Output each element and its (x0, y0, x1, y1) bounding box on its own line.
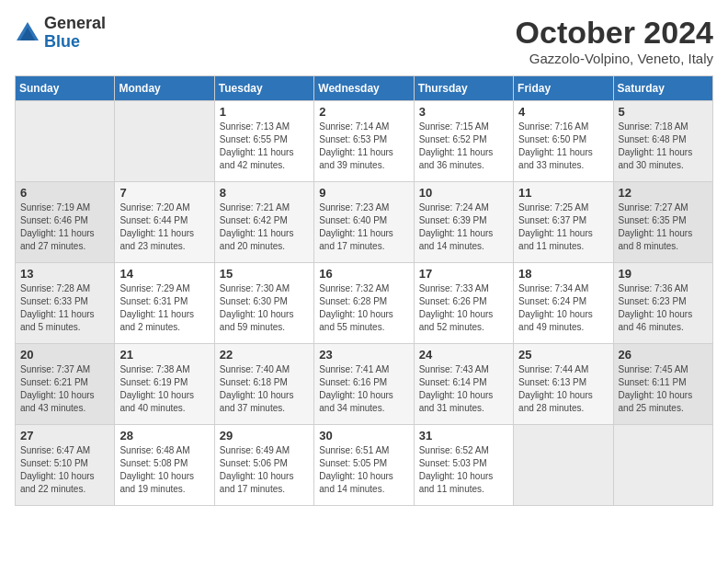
day-number: 31 (419, 429, 508, 442)
page-header: General Blue October 2024 Gazzolo-Volpin… (15, 15, 713, 66)
day-number: 2 (319, 105, 408, 119)
header-sunday: Sunday (16, 76, 115, 101)
day-number: 8 (220, 186, 309, 200)
calendar-cell: 3Sunrise: 7:15 AM Sunset: 6:52 PM Daylig… (414, 101, 513, 182)
logo-general-text: General (44, 14, 106, 32)
day-info: Sunrise: 7:41 AM Sunset: 6:16 PM Dayligh… (319, 363, 408, 415)
calendar-cell (613, 425, 712, 506)
day-info: Sunrise: 7:23 AM Sunset: 6:40 PM Dayligh… (319, 201, 408, 253)
calendar-cell: 4Sunrise: 7:16 AM Sunset: 6:50 PM Daylig… (514, 101, 613, 182)
day-number: 29 (220, 429, 309, 442)
day-info: Sunrise: 7:21 AM Sunset: 6:42 PM Dayligh… (220, 201, 309, 253)
calendar-cell: 18Sunrise: 7:34 AM Sunset: 6:24 PM Dayli… (514, 263, 613, 344)
calendar-cell: 27Sunrise: 6:47 AM Sunset: 5:10 PM Dayli… (16, 425, 115, 506)
day-info: Sunrise: 7:29 AM Sunset: 6:31 PM Dayligh… (119, 282, 209, 334)
day-info: Sunrise: 7:36 AM Sunset: 6:23 PM Dayligh… (619, 282, 708, 334)
day-number: 17 (419, 267, 508, 281)
calendar-cell (16, 101, 115, 182)
day-number: 11 (518, 186, 608, 200)
calendar-cell: 12Sunrise: 7:27 AM Sunset: 6:35 PM Dayli… (613, 182, 712, 263)
day-number: 15 (220, 267, 309, 281)
day-number: 28 (119, 429, 209, 442)
day-number: 22 (220, 348, 309, 362)
calendar-cell: 31Sunrise: 6:52 AM Sunset: 5:03 PM Dayli… (414, 425, 513, 506)
day-info: Sunrise: 7:38 AM Sunset: 6:19 PM Dayligh… (119, 363, 209, 415)
day-info: Sunrise: 7:43 AM Sunset: 6:14 PM Dayligh… (419, 363, 508, 415)
calendar-cell: 16Sunrise: 7:32 AM Sunset: 6:28 PM Dayli… (314, 263, 414, 344)
logo: General Blue (15, 15, 106, 52)
calendar-cell: 2Sunrise: 7:14 AM Sunset: 6:53 PM Daylig… (314, 101, 414, 182)
day-number: 4 (518, 105, 608, 119)
day-number: 30 (319, 429, 408, 442)
calendar-cell: 20Sunrise: 7:37 AM Sunset: 6:21 PM Dayli… (16, 344, 115, 425)
header-thursday: Thursday (414, 76, 513, 101)
calendar-cell (115, 101, 214, 182)
calendar-cell: 28Sunrise: 6:48 AM Sunset: 5:08 PM Dayli… (115, 425, 214, 506)
day-info: Sunrise: 6:48 AM Sunset: 5:08 PM Dayligh… (119, 444, 209, 496)
calendar-cell: 25Sunrise: 7:44 AM Sunset: 6:13 PM Dayli… (514, 344, 613, 425)
day-info: Sunrise: 7:13 AM Sunset: 6:55 PM Dayligh… (220, 121, 309, 172)
day-number: 26 (619, 348, 708, 362)
month-title: October 2024 (516, 15, 713, 51)
day-info: Sunrise: 7:45 AM Sunset: 6:11 PM Dayligh… (619, 363, 708, 415)
header-tuesday: Tuesday (214, 76, 313, 101)
calendar-cell: 24Sunrise: 7:43 AM Sunset: 6:14 PM Dayli… (414, 344, 513, 425)
day-number: 5 (619, 105, 708, 119)
day-number: 9 (319, 186, 408, 200)
day-info: Sunrise: 6:51 AM Sunset: 5:05 PM Dayligh… (319, 444, 408, 496)
calendar-cell: 13Sunrise: 7:28 AM Sunset: 6:33 PM Dayli… (16, 263, 115, 344)
calendar-cell: 5Sunrise: 7:18 AM Sunset: 6:48 PM Daylig… (613, 101, 712, 182)
day-number: 13 (20, 267, 109, 281)
day-info: Sunrise: 7:37 AM Sunset: 6:21 PM Dayligh… (20, 363, 109, 415)
calendar-cell: 15Sunrise: 7:30 AM Sunset: 6:30 PM Dayli… (214, 263, 313, 344)
day-info: Sunrise: 7:33 AM Sunset: 6:26 PM Dayligh… (419, 282, 508, 334)
header-monday: Monday (115, 76, 214, 101)
logo-blue-text: Blue (44, 32, 80, 51)
day-number: 21 (119, 348, 209, 362)
day-info: Sunrise: 7:24 AM Sunset: 6:39 PM Dayligh… (419, 201, 508, 253)
day-info: Sunrise: 6:47 AM Sunset: 5:10 PM Dayligh… (20, 444, 109, 496)
day-info: Sunrise: 7:20 AM Sunset: 6:44 PM Dayligh… (119, 201, 209, 253)
calendar-cell: 8Sunrise: 7:21 AM Sunset: 6:42 PM Daylig… (214, 182, 313, 263)
day-number: 12 (619, 186, 708, 200)
calendar-week-row: 6Sunrise: 7:19 AM Sunset: 6:46 PM Daylig… (16, 182, 713, 263)
day-info: Sunrise: 7:18 AM Sunset: 6:48 PM Dayligh… (619, 121, 708, 172)
day-info: Sunrise: 7:25 AM Sunset: 6:37 PM Dayligh… (518, 201, 608, 253)
day-info: Sunrise: 7:40 AM Sunset: 6:18 PM Dayligh… (220, 363, 309, 415)
calendar-cell (514, 425, 613, 506)
day-number: 1 (220, 105, 309, 119)
day-number: 14 (119, 267, 209, 281)
calendar-cell: 7Sunrise: 7:20 AM Sunset: 6:44 PM Daylig… (115, 182, 214, 263)
location-text: Gazzolo-Volpino, Veneto, Italy (516, 51, 713, 66)
calendar-table: SundayMondayTuesdayWednesdayThursdayFrid… (15, 75, 713, 506)
day-number: 25 (518, 348, 608, 362)
calendar-cell: 22Sunrise: 7:40 AM Sunset: 6:18 PM Dayli… (214, 344, 313, 425)
calendar-header-row: SundayMondayTuesdayWednesdayThursdayFrid… (16, 76, 713, 101)
day-info: Sunrise: 6:52 AM Sunset: 5:03 PM Dayligh… (419, 444, 508, 496)
day-info: Sunrise: 7:44 AM Sunset: 6:13 PM Dayligh… (518, 363, 608, 415)
title-block: October 2024 Gazzolo-Volpino, Veneto, It… (516, 15, 713, 66)
calendar-cell: 23Sunrise: 7:41 AM Sunset: 6:16 PM Dayli… (314, 344, 414, 425)
day-info: Sunrise: 7:30 AM Sunset: 6:30 PM Dayligh… (220, 282, 309, 334)
header-saturday: Saturday (613, 76, 712, 101)
calendar-cell: 14Sunrise: 7:29 AM Sunset: 6:31 PM Dayli… (115, 263, 214, 344)
day-info: Sunrise: 7:28 AM Sunset: 6:33 PM Dayligh… (20, 282, 109, 334)
day-info: Sunrise: 7:32 AM Sunset: 6:28 PM Dayligh… (319, 282, 408, 334)
day-number: 24 (419, 348, 508, 362)
calendar-cell: 26Sunrise: 7:45 AM Sunset: 6:11 PM Dayli… (613, 344, 712, 425)
header-wednesday: Wednesday (314, 76, 414, 101)
day-number: 27 (20, 429, 109, 442)
day-number: 6 (20, 186, 109, 200)
day-info: Sunrise: 7:34 AM Sunset: 6:24 PM Dayligh… (518, 282, 608, 334)
day-info: Sunrise: 7:14 AM Sunset: 6:53 PM Dayligh… (319, 121, 408, 172)
day-number: 18 (518, 267, 608, 281)
calendar-cell: 10Sunrise: 7:24 AM Sunset: 6:39 PM Dayli… (414, 182, 513, 263)
calendar-week-row: 1Sunrise: 7:13 AM Sunset: 6:55 PM Daylig… (16, 101, 713, 182)
calendar-cell: 19Sunrise: 7:36 AM Sunset: 6:23 PM Dayli… (613, 263, 712, 344)
day-number: 20 (20, 348, 109, 362)
day-info: Sunrise: 7:16 AM Sunset: 6:50 PM Dayligh… (518, 121, 608, 172)
day-number: 23 (319, 348, 408, 362)
logo-icon (15, 20, 40, 46)
calendar-cell: 29Sunrise: 6:49 AM Sunset: 5:06 PM Dayli… (214, 425, 313, 506)
calendar-week-row: 20Sunrise: 7:37 AM Sunset: 6:21 PM Dayli… (16, 344, 713, 425)
